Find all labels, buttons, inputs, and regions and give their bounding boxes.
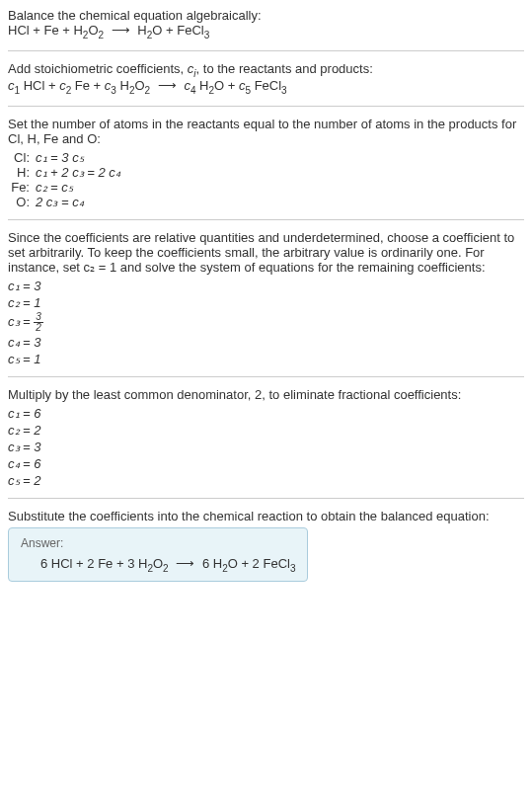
- intro-equation: HCl + Fe + H2O2 ⟶ H2O + FeCl3: [8, 23, 524, 40]
- choose-section: Since the coefficients are relative quan…: [8, 230, 524, 366]
- atom-label: Cl:: [8, 150, 36, 165]
- atom-row: O: 2 c₃ = c₄: [8, 195, 524, 209]
- multiply-section: Multiply by the least common denominator…: [8, 387, 524, 488]
- atom-equation: c₁ + 2 c₃ = 2 c₄: [36, 165, 524, 180]
- divider: [8, 50, 524, 51]
- coeff-row: c₅ = 1: [8, 352, 524, 366]
- coeff-row: c₅ = 2: [8, 473, 524, 488]
- atom-equation: c₂ = c₅: [36, 180, 524, 195]
- arrow-icon: ⟶: [176, 556, 194, 571]
- atom-equation: 2 c₃ = c₄: [36, 195, 524, 209]
- coeff-row: c₃ = 3: [8, 440, 524, 454]
- atom-label: Fe:: [8, 180, 36, 195]
- atoms-table: Cl: c₁ = 3 c₅ H: c₁ + 2 c₃ = 2 c₄ Fe: c₂…: [8, 150, 524, 209]
- atom-row: Cl: c₁ = 3 c₅: [8, 150, 524, 165]
- atom-label: O:: [8, 195, 36, 209]
- stoich-section: Add stoichiometric coefficients, ci, to …: [8, 61, 524, 96]
- atom-row: H: c₁ + 2 c₃ = 2 c₄: [8, 165, 524, 180]
- atom-equation: c₁ = 3 c₅: [36, 150, 524, 165]
- arrow-icon: ⟶: [158, 78, 177, 93]
- fraction: 32: [34, 312, 43, 333]
- coeff-row: c₁ = 6: [8, 406, 524, 421]
- intro-section: Balance the chemical equation algebraica…: [8, 8, 524, 40]
- coeff-row: c₂ = 1: [8, 295, 524, 310]
- answer-box: Answer: 6 HCl + 2 Fe + 3 H2O2 ⟶ 6 H2O + …: [8, 527, 308, 583]
- coeff-list: c₁ = 3 c₂ = 1 c₃ = 32 c₄ = 3 c₅ = 1: [8, 279, 524, 366]
- divider: [8, 498, 524, 499]
- atoms-section: Set the number of atoms in the reactants…: [8, 117, 524, 209]
- multiply-text: Multiply by the least common denominator…: [8, 387, 524, 402]
- coeff-row: c₄ = 6: [8, 456, 524, 471]
- coeff-row: c₃ = 32: [8, 312, 524, 333]
- coeff-row: c₄ = 3: [8, 335, 524, 350]
- intro-text: Balance the chemical equation algebraica…: [8, 8, 524, 23]
- coeff-list: c₁ = 6 c₂ = 2 c₃ = 3 c₄ = 6 c₅ = 2: [8, 406, 524, 488]
- arrow-icon: ⟶: [112, 23, 130, 38]
- stoich-equation: c1 HCl + c2 Fe + c3 H2O2 ⟶ c4 H2O + c5 F…: [8, 78, 524, 96]
- coeff-row: c₂ = 2: [8, 423, 524, 438]
- answer-equation: 6 HCl + 2 Fe + 3 H2O2 ⟶ 6 H2O + 2 FeCl3: [21, 556, 295, 574]
- choose-text: Since the coefficients are relative quan…: [8, 230, 524, 275]
- substitute-section: Substitute the coefficients into the che…: [8, 509, 524, 583]
- atoms-intro: Set the number of atoms in the reactants…: [8, 117, 524, 146]
- atom-label: H:: [8, 165, 36, 180]
- substitute-text: Substitute the coefficients into the che…: [8, 509, 524, 523]
- divider: [8, 219, 524, 220]
- stoich-text: Add stoichiometric coefficients, ci, to …: [8, 61, 524, 79]
- answer-label: Answer:: [21, 536, 295, 550]
- divider: [8, 106, 524, 107]
- atom-row: Fe: c₂ = c₅: [8, 180, 524, 195]
- divider: [8, 376, 524, 377]
- coeff-row: c₁ = 3: [8, 279, 524, 293]
